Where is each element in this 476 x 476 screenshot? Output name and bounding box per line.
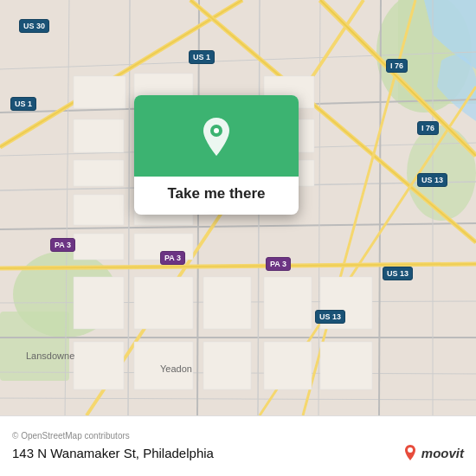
take-me-there-button[interactable]: Take me there (167, 185, 265, 202)
moovit-brand-text: moovit (421, 446, 464, 460)
svg-rect-56 (320, 342, 372, 389)
road-badge-i76-right: I 76 (417, 121, 439, 135)
bottom-info-bar: © OpenStreetMap contributors 143 N Wanam… (0, 415, 476, 476)
svg-point-61 (408, 447, 413, 453)
road-badge-us13-top-right: US 13 (417, 173, 447, 187)
road-badge-us1-top: US 1 (189, 50, 215, 64)
svg-rect-50 (264, 277, 312, 329)
address-row: 143 N Wanamaker St, Philadelphia moovit (12, 444, 464, 461)
road-badge-us13-mid-right: US 13 (383, 267, 413, 280)
copyright-text: © OpenStreetMap contributors (12, 431, 464, 441)
road-badge-pa3-right: PA 3 (266, 257, 291, 271)
moovit-pin-icon (402, 444, 419, 461)
moovit-logo: moovit (402, 444, 464, 461)
svg-point-60 (214, 128, 219, 133)
svg-text:Lansdowne: Lansdowne (26, 351, 74, 361)
svg-rect-37 (74, 119, 124, 152)
map-area: Lansdowne Yeadon US 30 US 1 US 1 I 76 I … (0, 0, 476, 415)
svg-rect-40 (74, 234, 124, 260)
svg-rect-55 (264, 342, 312, 389)
svg-rect-52 (74, 342, 124, 389)
popup-header (134, 95, 299, 177)
svg-rect-49 (203, 277, 251, 329)
road-badge-i76-top: I 76 (386, 59, 408, 73)
svg-rect-34 (74, 76, 125, 108)
road-badge-pa3-left: PA 3 (50, 238, 75, 252)
svg-rect-2 (0, 312, 69, 381)
popup-label-area: Take me there (134, 177, 299, 215)
svg-rect-54 (203, 342, 251, 389)
svg-rect-48 (134, 277, 193, 329)
svg-rect-47 (74, 277, 124, 329)
location-popup[interactable]: Take me there (134, 95, 299, 215)
road-badge-us13-lower: US 13 (315, 310, 345, 324)
road-badge-us30: US 30 (19, 19, 49, 33)
svg-text:Yeadon: Yeadon (160, 363, 192, 374)
svg-rect-39 (74, 195, 124, 225)
svg-rect-38 (74, 160, 124, 186)
road-badge-pa3-mid: PA 3 (160, 251, 185, 265)
road-badge-us1-left: US 1 (10, 97, 36, 111)
address-text: 143 N Wanamaker St, Philadelphia (12, 446, 214, 460)
map-pin-icon (193, 114, 240, 161)
